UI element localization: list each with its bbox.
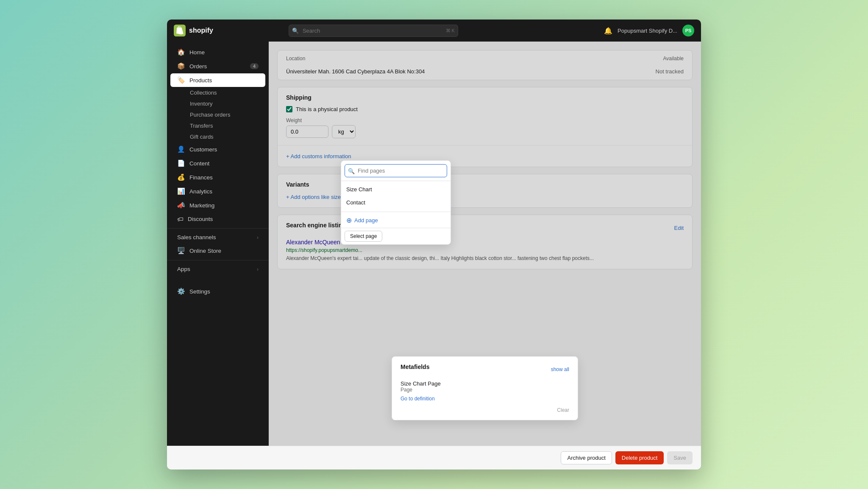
analytics-icon: 📊 [177, 187, 185, 195]
find-pages-search-icon: 🔍 [348, 168, 355, 174]
sidebar-item-purchase-orders[interactable]: Purchase orders [186, 109, 265, 120]
main-layout: 🏠 Home 📦 Orders 4 🏷️ Products Collection… [167, 42, 701, 446]
notifications-button[interactable]: 🔔 [604, 27, 612, 35]
sidebar-divider-2 [167, 260, 269, 260]
search-bar: 🔍 ⌘ K [289, 25, 458, 37]
save-button[interactable]: Save [667, 451, 693, 464]
sidebar-customers-label: Customers [189, 146, 217, 153]
archive-product-button[interactable]: Archive product [561, 451, 612, 464]
content-icon: 📄 [177, 159, 185, 167]
shopify-logo: shopify [174, 25, 213, 36]
find-pages-divider [341, 212, 451, 212]
sidebar-item-customers[interactable]: 👤 Customers [170, 143, 265, 156]
sidebar-item-sales-channels[interactable]: Sales channels › [170, 231, 265, 243]
sidebar-item-finances[interactable]: 💰 Finances [170, 170, 265, 184]
delete-product-button[interactable]: Delete product [615, 451, 664, 464]
sidebar-item-settings[interactable]: ⚙️ Settings [170, 285, 265, 298]
clear-link[interactable]: Clear [557, 407, 569, 413]
metafields-overlay: Metafields show all Size Chart Page Page… [269, 356, 701, 420]
orders-icon: 📦 [177, 62, 185, 70]
find-pages-footer: Select page [341, 228, 451, 244]
select-page-button[interactable]: Select page [345, 231, 382, 242]
search-input[interactable] [289, 25, 458, 37]
sidebar-marketing-label: Marketing [189, 202, 214, 209]
chevron-right-apps-icon: › [257, 266, 259, 272]
find-pages-input[interactable] [345, 164, 447, 177]
settings-icon: ⚙️ [177, 288, 185, 295]
metafields-title: Metafields [401, 363, 429, 370]
search-icon: 🔍 [292, 28, 299, 34]
sidebar-divider-1 [167, 228, 269, 229]
sidebar-products-label: Products [189, 77, 212, 84]
store-name: Popupsmart Shopify D... [618, 28, 677, 34]
home-icon: 🏠 [177, 48, 185, 56]
size-chart-type: Page [401, 387, 569, 393]
search-shortcut: ⌘ K [446, 28, 455, 34]
metafields-modal: Metafields show all Size Chart Page Page… [392, 356, 578, 420]
marketing-icon: 📣 [177, 201, 185, 209]
customers-icon: 👤 [177, 145, 185, 153]
sidebar-orders-label: Orders [189, 63, 207, 70]
chevron-right-icon: › [257, 235, 259, 240]
find-pages-list: Size Chart Contact [341, 181, 451, 211]
sidebar-item-content[interactable]: 📄 Content [170, 156, 265, 170]
finances-icon: 💰 [177, 173, 185, 181]
sidebar-online-store-label: Online Store [189, 248, 221, 254]
go-to-definition-link[interactable]: Go to definition [401, 396, 435, 402]
discounts-icon: 🏷 [177, 215, 184, 223]
find-pages-dropdown: 🔍 Size Chart Contact ⊕ Add page Select p… [341, 160, 451, 245]
add-page-item[interactable]: ⊕ Add page [341, 213, 451, 228]
sidebar: 🏠 Home 📦 Orders 4 🏷️ Products Collection… [167, 42, 269, 446]
sidebar-item-discounts[interactable]: 🏷 Discounts [170, 212, 265, 226]
sidebar-settings-label: Settings [189, 288, 210, 295]
sidebar-sub-products: Collections Inventory Purchase orders Tr… [167, 87, 269, 142]
size-chart-label: Size Chart Page [401, 380, 569, 387]
shopify-logo-text: shopify [189, 27, 213, 34]
sidebar-item-online-store[interactable]: 🖥️ Online Store [170, 244, 265, 257]
add-page-label: Add page [354, 217, 378, 224]
sidebar-apps-label: Apps [177, 266, 190, 272]
sidebar-item-gift-cards[interactable]: Gift cards [186, 131, 265, 142]
find-pages-search-inner: 🔍 [345, 164, 447, 177]
sidebar-item-products[interactable]: 🏷️ Products [170, 73, 265, 87]
orders-badge: 4 [250, 63, 259, 69]
topbar: shopify 🔍 ⌘ K 🔔 Popupsmart Shopify D... … [167, 20, 701, 42]
sidebar-analytics-label: Analytics [189, 188, 212, 195]
content-area: Location Available Üniversiteler Mah. 16… [269, 42, 701, 446]
sidebar-item-inventory[interactable]: Inventory [186, 98, 265, 109]
find-pages-search-area: 🔍 [341, 161, 451, 181]
products-icon: 🏷️ [177, 76, 185, 84]
find-pages-size-chart[interactable]: Size Chart [341, 183, 451, 196]
sidebar-sales-channels-label: Sales channels [177, 234, 216, 240]
online-store-icon: 🖥️ [177, 247, 185, 254]
sidebar-item-transfers[interactable]: Transfers [186, 120, 265, 131]
add-page-icon: ⊕ [346, 216, 352, 224]
sidebar-content-label: Content [189, 160, 209, 167]
sidebar-finances-label: Finances [189, 174, 213, 181]
bottom-bar: Archive product Delete product Save [167, 446, 701, 469]
show-all-link[interactable]: show all [551, 366, 569, 372]
sidebar-item-collections[interactable]: Collections [186, 87, 265, 98]
find-pages-contact[interactable]: Contact [341, 196, 451, 209]
sidebar-item-marketing[interactable]: 📣 Marketing [170, 198, 265, 212]
size-chart-metafield: Size Chart Page Page Go to definition [401, 380, 569, 402]
sidebar-item-home[interactable]: 🏠 Home [170, 45, 265, 59]
topbar-right: 🔔 Popupsmart Shopify D... PS [604, 25, 694, 36]
sidebar-item-apps[interactable]: Apps › [170, 263, 265, 275]
sidebar-item-orders[interactable]: 📦 Orders 4 [170, 59, 265, 73]
sidebar-discounts-label: Discounts [188, 216, 213, 222]
sidebar-home-label: Home [189, 49, 205, 56]
avatar: PS [682, 25, 694, 36]
sidebar-item-analytics[interactable]: 📊 Analytics [170, 184, 265, 198]
